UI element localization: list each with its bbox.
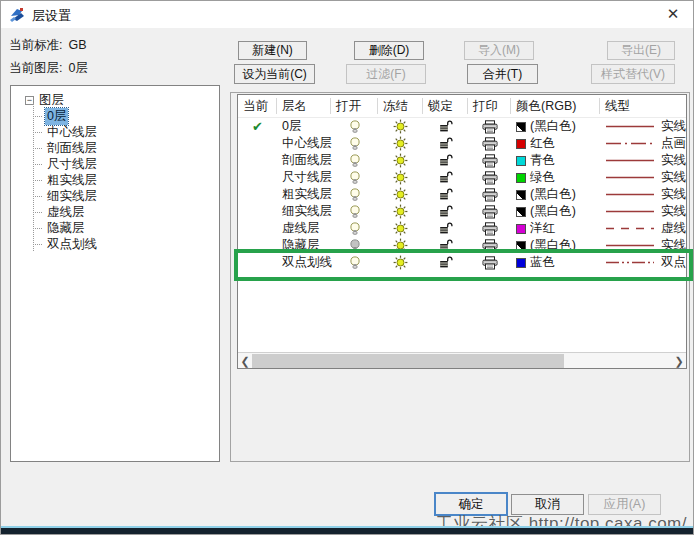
sun-icon[interactable] — [393, 136, 408, 151]
current-cell[interactable] — [238, 135, 277, 152]
sun-icon[interactable] — [393, 238, 408, 253]
tree-item[interactable]: 剖面线层 — [11, 140, 219, 156]
unlock-icon[interactable] — [439, 239, 453, 252]
unlock-icon[interactable] — [439, 256, 453, 269]
table-row[interactable]: ✔0层(黑白色)实线 — [238, 118, 686, 135]
printer-icon[interactable] — [482, 222, 498, 236]
unlock-icon[interactable] — [439, 137, 453, 150]
tree-item-label[interactable]: 双点划线 — [45, 236, 99, 253]
tree-item[interactable]: 双点划线 — [11, 236, 219, 252]
printer-icon[interactable] — [482, 188, 498, 202]
tree-item-label[interactable]: 0层 — [45, 108, 68, 125]
color-swatch[interactable] — [516, 258, 526, 268]
linetype-cell[interactable]: 实线 — [600, 186, 686, 203]
tree-item[interactable]: 隐藏层 — [11, 220, 219, 236]
bulb-on-icon[interactable] — [349, 137, 361, 151]
printer-icon[interactable] — [482, 154, 498, 168]
style-override-button[interactable]: 样式替代(V) — [591, 64, 675, 84]
printer-icon[interactable] — [482, 120, 498, 134]
layer-name-cell[interactable]: 尺寸线层 — [277, 169, 331, 186]
current-cell[interactable] — [238, 237, 277, 254]
filter-button[interactable]: 过滤(F) — [346, 64, 426, 84]
bulb-on-icon[interactable] — [349, 222, 361, 236]
unlock-icon[interactable] — [439, 171, 453, 184]
close-icon[interactable]: ✕ — [662, 4, 684, 24]
linetype-cell[interactable]: 双点画线 — [600, 254, 686, 271]
unlock-icon[interactable] — [439, 154, 453, 167]
tree-item[interactable]: 细实线层 — [11, 188, 219, 204]
export-button[interactable]: 导出(E) — [607, 41, 675, 60]
color-swatch[interactable] — [516, 173, 526, 183]
tree-item-label[interactable]: 剖面线层 — [45, 140, 99, 157]
layer-name-cell[interactable]: 剖面线层 — [277, 152, 331, 169]
tree-item[interactable]: 虚线层 — [11, 204, 219, 220]
printer-icon[interactable] — [482, 239, 498, 253]
tree-item-label[interactable]: 粗实线层 — [45, 172, 99, 189]
table-row[interactable]: 细实线层(黑白色)实线 — [238, 203, 686, 220]
current-cell[interactable] — [238, 254, 277, 271]
set-current-button[interactable]: 设为当前(C) — [234, 64, 315, 84]
unlock-icon[interactable] — [439, 222, 453, 235]
color-swatch[interactable] — [516, 190, 526, 200]
current-cell[interactable]: ✔ — [238, 118, 277, 135]
layer-name-cell[interactable]: 隐藏层 — [277, 237, 331, 254]
table-row[interactable]: 剖面线层青色实线 — [238, 152, 686, 169]
delete-button[interactable]: 删除(D) — [354, 41, 424, 60]
current-cell[interactable] — [238, 152, 277, 169]
linetype-cell[interactable]: 实线 — [600, 118, 686, 135]
printer-icon[interactable] — [482, 205, 498, 219]
scroll-right-icon[interactable]: ❯ — [672, 353, 686, 369]
table-row[interactable]: 隐藏层(黑白色)实线 — [238, 237, 686, 254]
printer-icon[interactable] — [482, 171, 498, 185]
tree-root-row[interactable]: − 图层 — [25, 92, 64, 108]
current-cell[interactable] — [238, 169, 277, 186]
layer-name-cell[interactable]: 双点划线 — [277, 254, 331, 271]
bulb-on-icon[interactable] — [349, 154, 361, 168]
linetype-cell[interactable]: 虚线 — [600, 220, 686, 237]
current-cell[interactable] — [238, 220, 277, 237]
scroll-left-icon[interactable]: ❮ — [238, 353, 252, 369]
linetype-cell[interactable]: 实线 — [600, 203, 686, 220]
tree-item[interactable]: 0层 — [11, 108, 219, 124]
tree-item-label[interactable]: 虚线层 — [45, 204, 87, 221]
table-row[interactable]: 双点划线蓝色双点画线 — [238, 254, 686, 271]
bulb-off-icon[interactable] — [349, 239, 361, 253]
table-row[interactable]: 中心线层红色点画线 — [238, 135, 686, 152]
merge-button[interactable]: 合并(T) — [467, 64, 538, 84]
tree-item-label[interactable]: 细实线层 — [45, 188, 99, 205]
layer-name-cell[interactable]: 0层 — [277, 118, 331, 135]
table-row[interactable]: 虚线层洋红虚线 — [238, 220, 686, 237]
layer-name-cell[interactable]: 中心线层 — [277, 135, 331, 152]
sun-icon[interactable] — [393, 119, 408, 134]
color-swatch[interactable] — [516, 156, 526, 166]
table-row[interactable]: 尺寸线层绿色实线 — [238, 169, 686, 186]
bulb-on-icon[interactable] — [349, 256, 361, 270]
linetype-cell[interactable]: 实线 — [600, 237, 686, 254]
sun-icon[interactable] — [393, 221, 408, 236]
unlock-icon[interactable] — [439, 205, 453, 218]
linetype-cell[interactable]: 实线 — [600, 169, 686, 186]
bulb-on-icon[interactable] — [349, 205, 361, 219]
scrollbar-thumb[interactable] — [252, 354, 564, 369]
color-swatch[interactable] — [516, 224, 526, 234]
color-swatch[interactable] — [516, 207, 526, 217]
linetype-cell[interactable]: 实线 — [600, 152, 686, 169]
sun-icon[interactable] — [393, 255, 408, 270]
color-swatch[interactable] — [516, 241, 526, 251]
tree-item[interactable]: 粗实线层 — [11, 172, 219, 188]
horizontal-scrollbar[interactable]: ❮ ❯ — [238, 352, 686, 369]
bulb-on-icon[interactable] — [349, 120, 361, 134]
tree-item-label[interactable]: 尺寸线层 — [45, 156, 99, 173]
import-button[interactable]: 导入(M) — [464, 41, 534, 60]
tree-item[interactable]: 中心线层 — [11, 124, 219, 140]
bulb-on-icon[interactable] — [349, 188, 361, 202]
unlock-icon[interactable] — [439, 188, 453, 201]
unlock-icon[interactable] — [439, 120, 453, 133]
sun-icon[interactable] — [393, 153, 408, 168]
tree-item[interactable]: 尺寸线层 — [11, 156, 219, 172]
new-button[interactable]: 新建(N) — [238, 41, 307, 60]
sun-icon[interactable] — [393, 204, 408, 219]
tree-root-label[interactable]: 图层 — [39, 92, 64, 109]
printer-icon[interactable] — [482, 137, 498, 151]
layer-name-cell[interactable]: 虚线层 — [277, 220, 331, 237]
